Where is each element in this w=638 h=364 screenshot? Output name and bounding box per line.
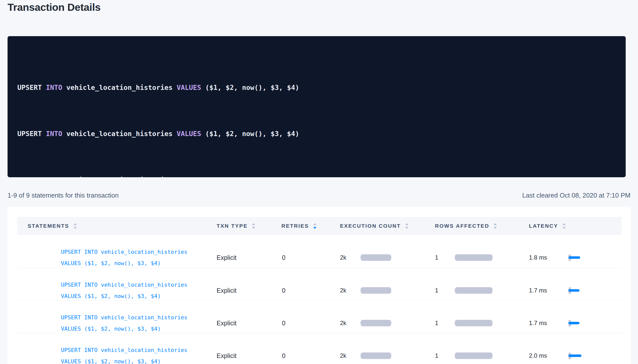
statement-cell: UPSERT INTO vehicle_location_histories V… <box>17 333 217 364</box>
sql-keyword-upsert: UPSERT <box>17 84 42 91</box>
statement-link-line2: VALUES ($1, $2, now(), $3, $4) <box>61 293 161 299</box>
rows-affected-value: 1 <box>435 320 455 327</box>
column-header[interactable]: RETRIES <box>279 223 340 229</box>
column-header[interactable]: TXN TYPE <box>217 223 279 229</box>
rows-affected-bar <box>455 287 493 294</box>
latency-value: 1.7 ms <box>529 320 568 327</box>
execution-count-bar <box>361 254 391 261</box>
sql-statement-line: UPSERT INTO vehicle_location_histories V… <box>17 174 618 177</box>
column-header-label: ROWS AFFECTED <box>435 223 489 229</box>
column-header[interactable]: ROWS AFFECTED <box>435 223 529 229</box>
statements-table-card: STATEMENTS TXN TYPE RETRIES <box>8 207 631 364</box>
column-header-label: STATEMENTS <box>28 223 69 229</box>
sql-statement-line: UPSERT INTO vehicle_location_histories V… <box>17 82 618 93</box>
execution-count-value: 2k <box>340 287 361 294</box>
column-header[interactable]: LATENCY <box>529 223 622 229</box>
latency-value: 1.8 ms <box>529 254 568 261</box>
sort-desc-icon <box>313 227 316 229</box>
rows-affected-value: 1 <box>435 254 455 261</box>
statement-table-row: UPSERT INTO vehicle_location_histories V… <box>17 235 622 268</box>
column-header-label: EXECUTION COUNT <box>340 223 401 229</box>
rows-affected-cell: 1 <box>435 287 529 294</box>
execution-count-bar <box>361 287 391 294</box>
statement-table-row: UPSERT INTO vehicle_location_histories V… <box>17 268 622 300</box>
statement-table-row: UPSERT INTO vehicle_location_histories V… <box>17 300 622 333</box>
statement-link-line1: UPSERT INTO vehicle_location_histories <box>61 347 187 353</box>
statement-link-line2: VALUES ($1, $2, now(), $3, $4) <box>61 326 161 332</box>
rows-affected-cell: 1 <box>435 254 529 261</box>
sort-desc-icon <box>563 227 566 229</box>
column-header-label: TXN TYPE <box>217 223 248 229</box>
execution-count-cell: 2k <box>340 287 435 294</box>
retries-cell: 0 <box>279 352 340 359</box>
rows-affected-bar <box>455 352 493 359</box>
statement-link-line1: UPSERT INTO vehicle_location_histories <box>61 282 187 288</box>
sql-statement-line: UPSERT INTO vehicle_location_histories V… <box>17 128 618 140</box>
table-meta-row: 1-9 of 9 statements for this transaction… <box>8 192 630 199</box>
latency-bar-chart <box>568 352 588 359</box>
execution-count-bar <box>361 320 391 326</box>
execution-count-cell: 2k <box>340 320 435 327</box>
sort-asc-icon <box>74 223 77 225</box>
sql-params: ($1, $2, now(), $3, $4) <box>205 130 299 138</box>
sort-arrows-icon[interactable] <box>563 223 566 229</box>
txn-type-cell: Explicit <box>217 254 279 261</box>
statement-link-line1: UPSERT INTO vehicle_location_histories <box>61 314 187 321</box>
rows-affected-cell: 1 <box>435 352 529 359</box>
txn-type-cell: Explicit <box>217 352 279 359</box>
sql-params: ($1, $2, now(), $3, $4) <box>205 176 299 177</box>
sql-table-name: vehicle_location_histories <box>66 176 173 177</box>
sql-keyword-values: VALUES <box>177 130 201 138</box>
latency-bar <box>568 289 579 292</box>
sort-asc-icon <box>563 223 566 225</box>
statement-link[interactable]: UPSERT INTO vehicle_location_histories V… <box>28 333 217 364</box>
statement-link-line2: VALUES ($1, $2, now(), $3, $4) <box>61 358 161 364</box>
retries-cell: 0 <box>279 287 340 294</box>
sql-keyword-into: INTO <box>46 176 62 177</box>
latency-value: 1.7 ms <box>529 287 568 294</box>
rows-affected-value: 1 <box>435 352 455 359</box>
execution-count-value: 2k <box>340 320 361 327</box>
column-header-label: RETRIES <box>281 223 309 229</box>
statement-link-line1: UPSERT INTO vehicle_location_histories <box>61 249 187 255</box>
sort-desc-icon <box>405 227 408 229</box>
sort-desc-icon <box>494 227 497 229</box>
latency-value: 2.0 ms <box>529 352 568 359</box>
table-header-row: STATEMENTS TXN TYPE RETRIES <box>17 217 622 235</box>
sql-keyword-values: VALUES <box>177 176 201 177</box>
last-cleared-label: Last cleared Oct 08, 2020 at 7:10 PM <box>522 192 630 199</box>
sort-asc-icon <box>405 223 408 225</box>
transaction-sql-codeblock: UPSERT INTO vehicle_location_histories V… <box>8 36 626 177</box>
sort-arrows-icon[interactable] <box>74 223 77 229</box>
sort-arrows-icon[interactable] <box>494 223 497 229</box>
rows-affected-cell: 1 <box>435 320 529 327</box>
statement-link-line2: VALUES ($1, $2, now(), $3, $4) <box>61 260 161 266</box>
execution-count-value: 2k <box>340 254 361 261</box>
latency-bar-chart <box>568 320 588 327</box>
sort-desc-icon <box>252 227 255 229</box>
column-header[interactable]: STATEMENTS <box>17 223 217 229</box>
sort-arrows-icon[interactable] <box>252 223 255 229</box>
sql-keyword-upsert: UPSERT <box>17 176 42 177</box>
sort-desc-icon <box>74 227 77 229</box>
sort-arrows-icon[interactable] <box>313 223 316 229</box>
execution-count-cell: 2k <box>340 352 435 359</box>
statements-count-label: 1-9 of 9 statements for this transaction <box>8 192 119 199</box>
latency-cell: 1.7 ms <box>529 320 622 327</box>
statement-table-row: UPSERT INTO vehicle_location_histories V… <box>17 333 622 364</box>
latency-bar <box>568 322 579 324</box>
execution-count-bar <box>361 352 391 359</box>
txn-type-cell: Explicit <box>217 287 279 294</box>
latency-bar <box>568 354 581 357</box>
sql-keyword-values: VALUES <box>177 84 201 91</box>
latency-bar-chart <box>568 287 588 294</box>
rows-affected-value: 1 <box>435 287 455 294</box>
sql-table-name: vehicle_location_histories <box>66 130 173 138</box>
txn-type-cell: Explicit <box>217 320 279 327</box>
sort-asc-icon <box>313 223 316 225</box>
sort-arrows-icon[interactable] <box>405 223 408 229</box>
column-header[interactable]: EXECUTION COUNT <box>340 223 435 229</box>
sql-keyword-upsert: UPSERT <box>17 130 42 138</box>
latency-cell: 2.0 ms <box>529 352 622 359</box>
latency-cell: 1.8 ms <box>529 254 622 261</box>
